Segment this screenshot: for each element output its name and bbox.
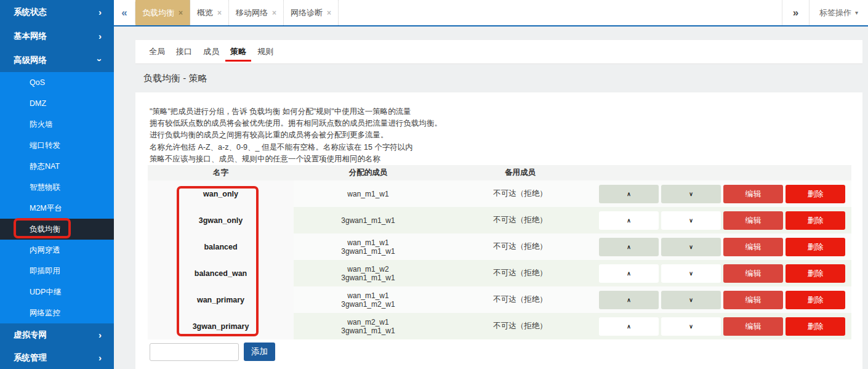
open-tabs-list: 负载均衡×概览×移动网络×网络诊断×	[135, 0, 339, 25]
close-icon[interactable]: ×	[217, 9, 222, 17]
sidebar-item-label: 静态NAT	[30, 161, 60, 172]
policy-description: "策略"把成员进行分组，告诉 负载均衡 如何分配"规则"中使用这一策略的流量拥有…	[150, 106, 862, 165]
member-name: wan_m2_w1	[294, 318, 443, 326]
table-row: wan_primarywan_m1_w13gwan1_m2_w1不可达（拒绝）∧…	[148, 286, 851, 313]
policy-name-cell: wan_only	[148, 180, 294, 207]
row-actions: ∧∨编辑删除	[598, 185, 851, 203]
move-down-button[interactable]: ∨	[661, 291, 721, 309]
tab-operations-dropdown[interactable]: 标签操作 ▾	[810, 0, 868, 25]
sidebar-item-smart-iot[interactable]: 智慧物联	[0, 177, 114, 198]
chevron-right-icon: ›	[98, 353, 102, 362]
window-tab-network-diagnosis[interactable]: 网络诊断×	[284, 0, 339, 25]
fallback-member-cell: 不可达（拒绝）	[443, 321, 598, 331]
page-title: 负载均衡 - 策略	[114, 64, 868, 92]
sidebar: 系统状态›基本网络›高级网络›QoSDMZ防火墙端口转发静态NAT智慧物联M2M…	[0, 0, 114, 369]
window-tab-overview[interactable]: 概览×	[190, 0, 229, 25]
scroll-tabs-left-icon[interactable]: «	[114, 0, 135, 25]
window-tab-label: 网络诊断	[291, 7, 323, 18]
move-up-button[interactable]: ∧	[599, 317, 659, 336]
move-down-button[interactable]: ∨	[661, 317, 721, 336]
sidebar-item-label: QoS	[30, 78, 45, 87]
fallback-member-cell: 不可达（拒绝）	[443, 241, 598, 252]
table-row: balanced_wanwan_m1_w23gwan1_m1_w1不可达（拒绝）…	[148, 260, 851, 286]
move-down-button[interactable]: ∨	[661, 185, 721, 203]
sidebar-item-static-nat[interactable]: 静态NAT	[0, 156, 114, 177]
sidebar-item-m2m-platform[interactable]: M2M平台	[0, 198, 114, 219]
row-cells: wan_m1_w13gwan1_m1_w1不可达（拒绝）∧∨编辑删除	[294, 233, 851, 260]
move-up-button[interactable]: ∧	[599, 211, 659, 230]
policy-name-cell: balanced	[148, 233, 294, 260]
delete-button[interactable]: 删除	[786, 291, 845, 309]
add-policy-row: 添加	[150, 343, 862, 361]
edit-button[interactable]: 编辑	[723, 291, 783, 309]
sidebar-item-udp-relay[interactable]: UDP中继	[0, 282, 114, 302]
close-icon[interactable]: ×	[327, 9, 331, 17]
sidebar-item-label: 网络监控	[30, 308, 60, 318]
tab-interface[interactable]: 接口	[171, 40, 198, 63]
sidebar-item-system-status[interactable]: 系统状态›	[0, 0, 114, 24]
row-cells: 3gwan1_m1_w1不可达（拒绝）∧∨编辑删除	[294, 207, 851, 233]
window-tab-load-balance[interactable]: 负载均衡×	[135, 0, 190, 25]
sidebar-item-port-forward[interactable]: 端口转发	[0, 135, 114, 156]
edit-button[interactable]: 编辑	[723, 185, 783, 203]
edit-button[interactable]: 编辑	[723, 264, 783, 283]
table-row: 3gwan_primarywan_m2_w13gwan1_m1_w1不可达（拒绝…	[148, 313, 851, 339]
move-up-button[interactable]: ∧	[599, 291, 659, 309]
row-actions: ∧∨编辑删除	[598, 291, 851, 309]
sidebar-item-label: M2M平台	[30, 203, 62, 214]
scroll-tabs-right-icon[interactable]: »	[782, 0, 809, 25]
sidebar-item-label: 内网穿透	[30, 245, 60, 256]
policy-table: 名字 分配的成员 备用成员 wan_onlywan_m1_w1不可达（拒绝）∧∨…	[148, 165, 851, 339]
sidebar-item-upnp[interactable]: 即插即用	[0, 261, 114, 282]
delete-button[interactable]: 删除	[786, 317, 845, 336]
tab-global[interactable]: 全局	[143, 40, 171, 63]
move-up-button[interactable]: ∧	[599, 185, 659, 203]
sidebar-item-advanced-network[interactable]: 高级网络›	[0, 48, 114, 72]
move-up-button[interactable]: ∧	[599, 264, 659, 283]
add-button[interactable]: 添加	[244, 343, 275, 361]
sidebar-item-load-balance[interactable]: 负载均衡	[0, 219, 114, 240]
delete-button[interactable]: 删除	[786, 264, 845, 283]
edit-button[interactable]: 编辑	[723, 317, 783, 336]
row-cells: wan_m1_w13gwan1_m2_w1不可达（拒绝）∧∨编辑删除	[294, 286, 851, 313]
sidebar-item-vpn[interactable]: 虚拟专网›	[0, 323, 114, 346]
sidebar-item-network-monitor[interactable]: 网络监控	[0, 302, 114, 323]
delete-button[interactable]: 删除	[786, 238, 845, 256]
window-tab-mobile-network[interactable]: 移动网络×	[229, 0, 284, 25]
edit-button[interactable]: 编辑	[723, 238, 783, 256]
row-cells: wan_m1_w1不可达（拒绝）∧∨编辑删除	[294, 180, 851, 207]
move-down-button[interactable]: ∨	[661, 238, 721, 256]
close-icon[interactable]: ×	[272, 9, 276, 17]
sidebar-item-dmz[interactable]: DMZ	[0, 93, 114, 114]
row-cells: wan_m1_w23gwan1_m1_w1不可达（拒绝）∧∨编辑删除	[294, 260, 851, 286]
policy-panel: "策略"把成员进行分组，告诉 负载均衡 如何分配"规则"中使用这一策略的流量拥有…	[135, 92, 862, 369]
member-name: 3gwan1_m1_w1	[294, 247, 443, 256]
sidebar-item-basic-network[interactable]: 基本网络›	[0, 24, 114, 48]
chevron-right-icon: ›	[98, 330, 102, 339]
tab-rule[interactable]: 规则	[252, 40, 279, 63]
sidebar-item-label: UDP中继	[30, 287, 61, 298]
assigned-members-cell: wan_m1_w23gwan1_m1_w1	[294, 265, 443, 282]
fallback-member-cell: 不可达（拒绝）	[443, 215, 598, 225]
tab-policy[interactable]: 策略	[225, 40, 252, 63]
delete-button[interactable]: 删除	[786, 211, 845, 230]
row-cells: wan_m2_w13gwan1_m1_w1不可达（拒绝）∧∨编辑删除	[294, 313, 851, 339]
new-policy-name-input[interactable]	[150, 343, 239, 361]
move-up-button[interactable]: ∧	[599, 238, 659, 256]
sidebar-item-label: 系统管理	[14, 352, 47, 363]
sidebar-item-label: 负载均衡	[30, 224, 60, 235]
sidebar-item-label: 端口转发	[30, 140, 60, 151]
move-down-button[interactable]: ∨	[661, 264, 721, 283]
window-tab-label: 概览	[197, 7, 213, 18]
delete-button[interactable]: 删除	[786, 185, 845, 203]
tab-member[interactable]: 成员	[198, 40, 225, 63]
sidebar-item-nat-traversal[interactable]: 内网穿透	[0, 240, 114, 261]
sidebar-item-system-manage[interactable]: 系统管理›	[0, 346, 114, 369]
edit-button[interactable]: 编辑	[723, 211, 783, 230]
member-name: 3gwan1_m2_w1	[294, 300, 443, 309]
sidebar-item-firewall[interactable]: 防火墙	[0, 114, 114, 135]
close-icon[interactable]: ×	[179, 9, 183, 17]
sidebar-item-label: 智慧物联	[30, 182, 60, 193]
move-down-button[interactable]: ∨	[661, 211, 721, 230]
sidebar-item-qos[interactable]: QoS	[0, 72, 114, 93]
